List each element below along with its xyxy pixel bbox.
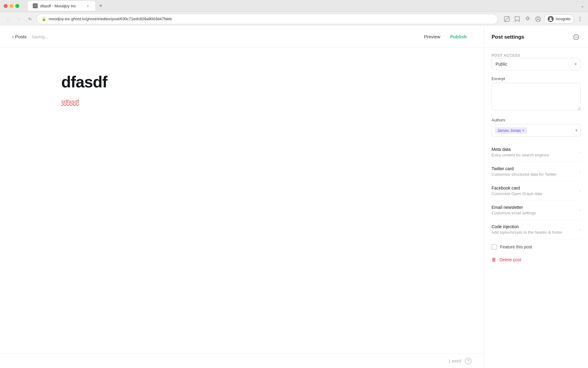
settings-collapse-button[interactable]	[571, 33, 581, 42]
svg-point-4	[537, 17, 539, 19]
new-tab-button[interactable]: +	[96, 2, 105, 10]
help-icon[interactable]: ?	[465, 358, 472, 364]
traffic-lights	[4, 4, 19, 8]
url-lock-icon: 🔒	[42, 17, 46, 21]
incognito-label: Incognito	[556, 17, 571, 21]
excerpt-label: Excerpt	[492, 76, 581, 81]
facebook-card-item[interactable]: Facebook card Customize Open Graph data …	[492, 181, 581, 201]
browser-actions: Incognito	[503, 14, 584, 24]
delete-post-icon: 🗑	[492, 257, 496, 263]
editor-area: ‹ Posts Saving... Preview Publish dfasdf…	[0, 26, 484, 368]
camera-off-icon	[503, 15, 511, 23]
word-count: 1 word	[448, 358, 461, 363]
settings-title: Post settings	[492, 34, 524, 40]
author-tag: James Jonas ×	[495, 127, 527, 134]
incognito-button[interactable]: Incognito	[544, 14, 574, 24]
svg-point-0	[34, 4, 37, 7]
excerpt-textarea[interactable]	[492, 83, 581, 110]
facebook-card-title: Facebook card	[492, 186, 579, 190]
minimize-window-button[interactable]	[9, 4, 13, 8]
forward-button[interactable]: ›	[15, 15, 23, 23]
reload-button[interactable]: ↻	[26, 15, 34, 23]
excerpt-field: Excerpt	[492, 76, 581, 112]
code-injection-content: Code injection Add styles/scripts to the…	[492, 224, 579, 235]
author-remove-button[interactable]: ×	[522, 128, 525, 132]
svg-line-2	[505, 17, 509, 21]
post-excerpt-text[interactable]: sdfasdf	[61, 99, 423, 105]
visibility-dropdown-arrow: ▾	[575, 62, 577, 66]
help-icon-label: ?	[467, 359, 469, 363]
meta-data-content: Meta data Extra content for search engin…	[492, 147, 579, 157]
meta-data-title: Meta data	[492, 147, 579, 152]
active-tab[interactable]: dfasdf - Moodjoy Inc ×	[28, 1, 95, 11]
code-injection-item[interactable]: Code injection Add styles/scripts to the…	[492, 220, 581, 239]
facebook-card-description: Customize Open Graph data	[492, 191, 579, 196]
twitter-card-title: Twitter card	[492, 166, 579, 171]
email-newsletter-item[interactable]: Email newsletter Customize email setting…	[492, 201, 581, 220]
visibility-value: Public	[496, 62, 507, 67]
settings-panel: Post settings Post access Public ▾ Excer…	[484, 26, 588, 368]
url-bar[interactable]: 🔒 moodjoy-inc.ghost.io/ghost/#/editor/po…	[37, 14, 498, 24]
browser-chrome: dfasdf - Moodjoy Inc × + ⌄ ‹ › ↻ 🔒 moodj…	[0, 0, 588, 26]
settings-header: Post settings	[484, 26, 588, 48]
code-injection-arrow: ›	[579, 227, 581, 232]
close-window-button[interactable]	[4, 4, 8, 8]
svg-point-7	[580, 18, 581, 19]
svg-point-8	[580, 20, 581, 21]
visibility-dropdown[interactable]: Public ▾	[492, 58, 581, 70]
delete-post-label: Delete post	[499, 257, 521, 262]
publish-button[interactable]: Publish	[445, 32, 472, 42]
facebook-card-content: Facebook card Customize Open Graph data	[492, 186, 579, 196]
meta-data-arrow: ›	[579, 150, 581, 155]
feature-post-checkbox[interactable]	[492, 244, 497, 250]
back-to-posts-label: Posts	[15, 34, 27, 39]
email-newsletter-content: Email newsletter Customize email setting…	[492, 205, 579, 215]
tab-expand-button[interactable]: ⌄	[581, 3, 584, 8]
facebook-card-arrow: ›	[579, 188, 581, 193]
tab-title: dfasdf - Moodjoy Inc	[40, 4, 83, 8]
authors-dropdown-arrow: ▾	[575, 128, 577, 132]
editor-toolbar: ‹ Posts Saving... Preview Publish	[0, 26, 484, 48]
back-to-posts-link[interactable]: ‹ Posts	[12, 34, 27, 40]
delete-post-row[interactable]: 🗑 Delete post	[492, 255, 581, 265]
back-arrow-icon: ‹	[12, 34, 14, 40]
email-newsletter-description: Customize email settings	[492, 211, 579, 215]
maximize-window-button[interactable]	[15, 4, 19, 8]
url-text: moodjoy-inc.ghost.io/ghost/#/editor/post…	[49, 17, 172, 21]
visibility-field: Post access Public ▾	[492, 52, 581, 70]
preview-button[interactable]: Preview	[419, 32, 445, 42]
author-name: James Jonas	[497, 128, 521, 133]
editor-content[interactable]: dfasdf sdfasdf	[0, 48, 484, 354]
editor-footer: 1 word ?	[0, 354, 484, 368]
feature-post-label[interactable]: Feature this post	[500, 244, 532, 249]
extensions-icon[interactable]	[523, 15, 532, 23]
address-bar: ‹ › ↻ 🔒 moodjoy-inc.ghost.io/ghost/#/edi…	[0, 12, 588, 26]
code-injection-title: Code injection	[492, 224, 579, 229]
email-newsletter-title: Email newsletter	[492, 205, 579, 210]
meta-data-item[interactable]: Meta data Extra content for search engin…	[492, 143, 581, 162]
visibility-section-label: Post access	[492, 53, 520, 58]
twitter-card-item[interactable]: Twitter card Customize structured data f…	[492, 162, 581, 181]
back-button[interactable]: ‹	[4, 15, 12, 23]
authors-dropdown[interactable]: James Jonas × ▾	[492, 124, 581, 136]
tab-favicon	[33, 3, 38, 8]
feature-post-row: Feature this post	[492, 239, 581, 255]
saving-status: Saving...	[32, 34, 48, 39]
svg-point-6	[580, 17, 581, 17]
authors-label: Authors	[492, 118, 581, 122]
more-options-icon[interactable]	[576, 15, 584, 23]
settings-body: Post access Public ▾ Excerpt Authors Jam…	[484, 48, 588, 368]
browser-titlebar: dfasdf - Moodjoy Inc × + ⌄	[0, 0, 588, 12]
app-layout: ‹ Posts Saving... Preview Publish dfasdf…	[0, 26, 588, 368]
profile-icon[interactable]	[534, 15, 542, 23]
post-title[interactable]: dfasdf	[61, 72, 423, 91]
bookmark-icon[interactable]	[513, 15, 522, 23]
twitter-card-content: Twitter card Customize structured data f…	[492, 166, 579, 177]
code-injection-description: Add styles/scripts to the header & foote…	[492, 230, 579, 235]
twitter-card-arrow: ›	[579, 169, 581, 174]
incognito-icon	[548, 16, 554, 22]
meta-data-description: Extra content for search engines	[492, 153, 579, 157]
authors-field: Authors James Jonas × ▾	[492, 118, 581, 136]
tab-close-button[interactable]: ×	[85, 3, 90, 8]
svg-point-5	[550, 17, 552, 19]
